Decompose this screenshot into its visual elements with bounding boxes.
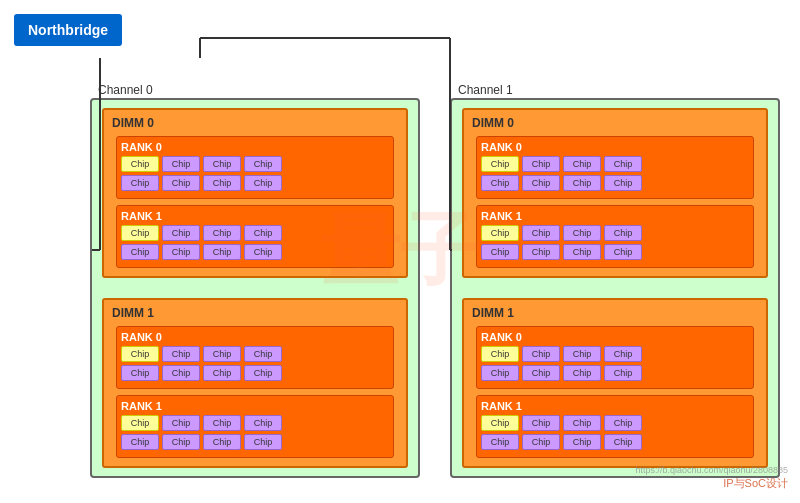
brand-label: IP与SoC设计 xyxy=(723,477,788,489)
chip: Chip xyxy=(481,244,519,260)
chip: Chip xyxy=(203,434,241,450)
chip: Chip xyxy=(481,365,519,381)
chip: Chip xyxy=(481,175,519,191)
ch1-dimm1-rank0-row1: Chip Chip Chip Chip xyxy=(481,346,749,362)
chip: Chip xyxy=(481,434,519,450)
chip: Chip xyxy=(563,156,601,172)
chip: Chip xyxy=(604,365,642,381)
chip: Chip xyxy=(162,365,200,381)
chip: Chip xyxy=(162,346,200,362)
ch0-dimm1-rank1-label: RANK 1 xyxy=(121,400,389,412)
chip: Chip xyxy=(481,225,519,241)
ch1-dimm0-rank0: RANK 0 Chip Chip Chip Chip Chip Chip Chi… xyxy=(476,136,754,199)
ch0-dimm1-rank1: RANK 1 Chip Chip Chip Chip Chip Chip Chi… xyxy=(116,395,394,458)
chip: Chip xyxy=(563,244,601,260)
ch0-dimm1: DIMM 1 RANK 0 Chip Chip Chip Chip Chip C… xyxy=(102,298,408,468)
ch1-dimm0-label: DIMM 0 xyxy=(470,116,760,130)
ch1-dimm1-rank1-row1: Chip Chip Chip Chip xyxy=(481,415,749,431)
northbridge-box: Northbridge xyxy=(14,14,122,46)
chip: Chip xyxy=(522,156,560,172)
ch1-dimm0-rank1: RANK 1 Chip Chip Chip Chip Chip Chip Chi… xyxy=(476,205,754,268)
ch0-dimm1-rank0-label: RANK 0 xyxy=(121,331,389,343)
chip: Chip xyxy=(481,156,519,172)
ch0-dimm0-rank0-row2: Chip Chip Chip Chip xyxy=(121,175,389,191)
main-container: 量子 Northbridge Channel 0 DIMM 0 RANK 0 C… xyxy=(0,0,800,503)
ch0-dimm0-rank0-label: RANK 0 xyxy=(121,141,389,153)
ch0-dimm0: DIMM 0 RANK 0 Chip Chip Chip Chip Chip C… xyxy=(102,108,408,278)
ch1-dimm0-rank1-row1: Chip Chip Chip Chip xyxy=(481,225,749,241)
chip: Chip xyxy=(203,346,241,362)
chip: Chip xyxy=(203,365,241,381)
chip: Chip xyxy=(121,434,159,450)
ch0-dimm1-rank1-row2: Chip Chip Chip Chip xyxy=(121,434,389,450)
chip: Chip xyxy=(162,415,200,431)
chip: Chip xyxy=(203,156,241,172)
chip: Chip xyxy=(522,175,560,191)
chip: Chip xyxy=(563,175,601,191)
chip: Chip xyxy=(162,434,200,450)
ch1-dimm0-rank0-row2: Chip Chip Chip Chip xyxy=(481,175,749,191)
chip: Chip xyxy=(522,415,560,431)
chip: Chip xyxy=(203,244,241,260)
northbridge-label: Northbridge xyxy=(28,22,108,38)
chip: Chip xyxy=(121,346,159,362)
ch0-dimm1-rank0-row1: Chip Chip Chip Chip xyxy=(121,346,389,362)
ch1-dimm0: DIMM 0 RANK 0 Chip Chip Chip Chip Chip C… xyxy=(462,108,768,278)
chip: Chip xyxy=(203,225,241,241)
channel1-box: DIMM 0 RANK 0 Chip Chip Chip Chip Chip C… xyxy=(450,98,780,478)
brand-watermark: IP与SoC设计 xyxy=(723,476,788,491)
ch0-dimm0-rank1-row1: Chip Chip Chip Chip xyxy=(121,225,389,241)
chip: Chip xyxy=(162,244,200,260)
chip: Chip xyxy=(604,346,642,362)
chip: Chip xyxy=(203,175,241,191)
chip: Chip xyxy=(604,175,642,191)
chip: Chip xyxy=(481,415,519,431)
chip: Chip xyxy=(121,225,159,241)
ch0-dimm1-rank1-row1: Chip Chip Chip Chip xyxy=(121,415,389,431)
ch1-dimm1-rank1-row2: Chip Chip Chip Chip xyxy=(481,434,749,450)
ch0-dimm0-rank0-row1: Chip Chip Chip Chip xyxy=(121,156,389,172)
chip: Chip xyxy=(121,175,159,191)
chip: Chip xyxy=(604,415,642,431)
ch1-dimm0-rank0-label: RANK 0 xyxy=(481,141,749,153)
ch0-dimm0-rank1: RANK 1 Chip Chip Chip Chip Chip Chip Chi… xyxy=(116,205,394,268)
chip: Chip xyxy=(604,156,642,172)
ch0-dimm1-rank0: RANK 0 Chip Chip Chip Chip Chip Chip Chi… xyxy=(116,326,394,389)
chip: Chip xyxy=(244,434,282,450)
chip: Chip xyxy=(244,415,282,431)
chip: Chip xyxy=(481,346,519,362)
ch0-dimm0-rank0: RANK 0 Chip Chip Chip Chip Chip Chip Chi… xyxy=(116,136,394,199)
chip: Chip xyxy=(522,244,560,260)
ch1-dimm1-rank0-row2: Chip Chip Chip Chip xyxy=(481,365,749,381)
chip: Chip xyxy=(244,244,282,260)
chip: Chip xyxy=(244,175,282,191)
ch1-dimm1-rank0: RANK 0 Chip Chip Chip Chip Chip Chip Chi… xyxy=(476,326,754,389)
chip: Chip xyxy=(604,434,642,450)
chip: Chip xyxy=(162,225,200,241)
ch1-dimm0-rank0-row1: Chip Chip Chip Chip xyxy=(481,156,749,172)
chip: Chip xyxy=(244,346,282,362)
chip: Chip xyxy=(522,346,560,362)
chip: Chip xyxy=(162,156,200,172)
ch1-dimm1-rank0-label: RANK 0 xyxy=(481,331,749,343)
chip: Chip xyxy=(563,434,601,450)
ch0-dimm0-rank1-row2: Chip Chip Chip Chip xyxy=(121,244,389,260)
ch1-dimm0-rank1-label: RANK 1 xyxy=(481,210,749,222)
ch1-dimm1-rank1: RANK 1 Chip Chip Chip Chip Chip Chip Chi… xyxy=(476,395,754,458)
chip: Chip xyxy=(522,225,560,241)
chip: Chip xyxy=(604,244,642,260)
ch0-dimm1-label: DIMM 1 xyxy=(110,306,400,320)
chip: Chip xyxy=(244,365,282,381)
chip: Chip xyxy=(244,225,282,241)
chip: Chip xyxy=(162,175,200,191)
chip: Chip xyxy=(522,365,560,381)
chip: Chip xyxy=(121,415,159,431)
ch1-dimm1-rank1-label: RANK 1 xyxy=(481,400,749,412)
chip: Chip xyxy=(203,415,241,431)
chip: Chip xyxy=(563,415,601,431)
chip: Chip xyxy=(563,346,601,362)
ch1-dimm1: DIMM 1 RANK 0 Chip Chip Chip Chip Chip C… xyxy=(462,298,768,468)
chip: Chip xyxy=(563,365,601,381)
ch1-dimm1-label: DIMM 1 xyxy=(470,306,760,320)
channel0-label: Channel 0 xyxy=(98,83,153,97)
